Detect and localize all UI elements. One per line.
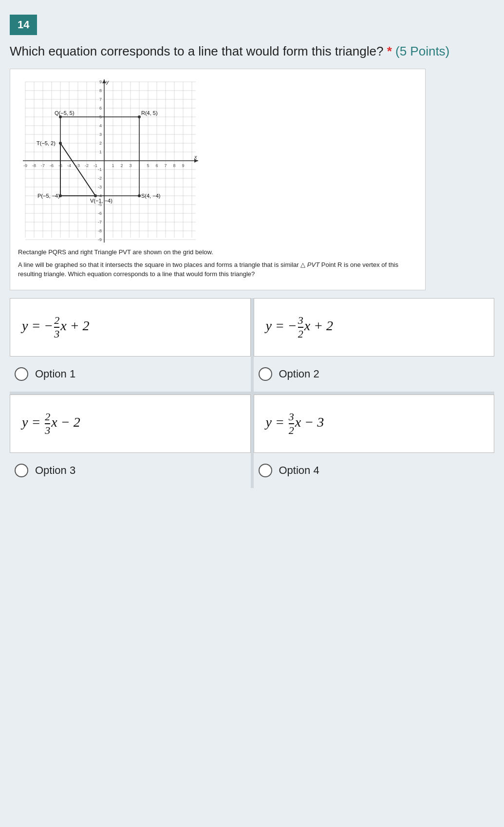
option4-label: Option 4 (279, 464, 319, 477)
svg-text:9: 9 (182, 163, 184, 168)
option4-formula-box: y = 32x − 3 (254, 395, 495, 453)
svg-text:3: 3 (99, 132, 102, 137)
option1-radio-row[interactable]: Option 1 (10, 357, 251, 392)
option3-formula: y = 23x − 2 (22, 412, 80, 436)
svg-text:-7: -7 (98, 220, 102, 225)
option3-label: Option 3 (35, 464, 75, 477)
required-star: * (387, 44, 392, 58)
question-title-text: Which equation corresponds to a line tha… (10, 44, 383, 58)
option3-radio[interactable] (15, 464, 28, 477)
option-col-2: y = −32x + 2 Option 2 (254, 298, 495, 392)
svg-text:-1: -1 (93, 163, 97, 168)
option4-formula: y = 32x − 3 (266, 412, 324, 436)
svg-text:-2: -2 (98, 176, 102, 181)
option2-radio[interactable] (259, 367, 272, 381)
svg-point-91 (59, 194, 62, 197)
svg-text:6: 6 (99, 106, 102, 111)
svg-text:-8: -8 (32, 163, 36, 168)
svg-text:5: 5 (147, 163, 149, 168)
svg-text:-4: -4 (67, 163, 71, 168)
svg-text:V(−1, −4): V(−1, −4) (90, 198, 112, 204)
svg-text:-8: -8 (98, 228, 102, 233)
svg-text:-3: -3 (98, 185, 102, 189)
option2-radio-row[interactable]: Option 2 (254, 357, 495, 392)
options-wrapper: y = −23x + 2 Option 1 y = −32x + 2 Optio… (10, 298, 494, 392)
svg-text:x: x (194, 154, 197, 160)
svg-point-92 (138, 194, 141, 197)
coordinate-grid-svg: x y -9 -8 -7 -6 -5 -4 -3 -2 -1 1 2 (18, 77, 198, 243)
option1-formula-box: y = −23x + 2 (10, 298, 251, 357)
option1-radio[interactable] (15, 367, 28, 381)
option-col-4: y = 32x − 3 Option 4 (254, 395, 495, 488)
option2-label: Option 2 (279, 368, 319, 380)
svg-text:-6: -6 (50, 163, 54, 168)
question-title: Which equation corresponds to a line tha… (10, 43, 494, 60)
svg-marker-42 (102, 79, 106, 83)
option3-formula-box: y = 23x − 2 (10, 395, 251, 453)
svg-text:-9: -9 (98, 237, 102, 242)
option-col-1: y = −23x + 2 Option 1 (10, 298, 251, 392)
svg-text:-2: -2 (85, 163, 89, 168)
graph-image-area: x y -9 -8 -7 -6 -5 -4 -3 -2 -1 1 2 (18, 77, 198, 243)
svg-text:2: 2 (99, 141, 102, 146)
svg-text:-1: -1 (98, 167, 102, 172)
svg-text:-7: -7 (41, 163, 45, 168)
options-wrapper-2: y = 23x − 2 Option 3 y = 32x − 3 Option … (10, 395, 494, 488)
svg-text:7: 7 (99, 97, 102, 102)
svg-text:3: 3 (129, 163, 131, 168)
option4-radio[interactable] (259, 464, 272, 477)
option1-label: Option 1 (35, 368, 75, 380)
svg-text:6: 6 (155, 163, 158, 168)
svg-text:R(4, 5): R(4, 5) (141, 110, 158, 116)
svg-text:8: 8 (173, 163, 175, 168)
svg-point-94 (94, 194, 97, 197)
svg-text:2: 2 (120, 163, 123, 168)
svg-text:-6: -6 (98, 211, 102, 216)
svg-text:T(−5, 2): T(−5, 2) (37, 140, 56, 146)
option2-formula: y = −32x + 2 (266, 315, 334, 339)
svg-point-90 (138, 115, 141, 118)
option3-radio-row[interactable]: Option 3 (10, 453, 251, 488)
svg-text:Q(−5, 5): Q(−5, 5) (55, 110, 75, 116)
svg-text:1: 1 (112, 163, 114, 168)
option2-formula-box: y = −32x + 2 (254, 298, 495, 357)
points-label: (5 Points) (395, 44, 449, 58)
svg-text:P(−5, −4): P(−5, −4) (37, 193, 60, 199)
graph-box: x y -9 -8 -7 -6 -5 -4 -3 -2 -1 1 2 (10, 69, 426, 290)
option4-radio-row[interactable]: Option 4 (254, 453, 495, 488)
svg-rect-80 (60, 117, 139, 196)
question-number-badge: 14 (10, 15, 37, 35)
svg-text:S(4, −4): S(4, −4) (141, 193, 160, 199)
svg-text:8: 8 (99, 88, 102, 93)
svg-text:1: 1 (99, 150, 102, 154)
option1-formula: y = −23x + 2 (22, 315, 90, 339)
svg-text:4: 4 (99, 123, 102, 128)
question-container: 14 Which equation corresponds to a line … (10, 10, 494, 493)
svg-text:7: 7 (164, 163, 167, 168)
graph-description: Rectangle PQRS and right Triangle PVT ar… (18, 247, 417, 279)
svg-text:-9: -9 (23, 163, 27, 168)
svg-point-93 (59, 142, 62, 145)
graph-desc1: Rectangle PQRS and right Triangle PVT ar… (18, 247, 417, 257)
svg-text:9: 9 (99, 79, 102, 84)
option-col-3: y = 23x − 2 Option 3 (10, 395, 251, 488)
svg-point-89 (59, 115, 62, 118)
graph-desc2: A line will be graphed so that it inters… (18, 260, 417, 279)
